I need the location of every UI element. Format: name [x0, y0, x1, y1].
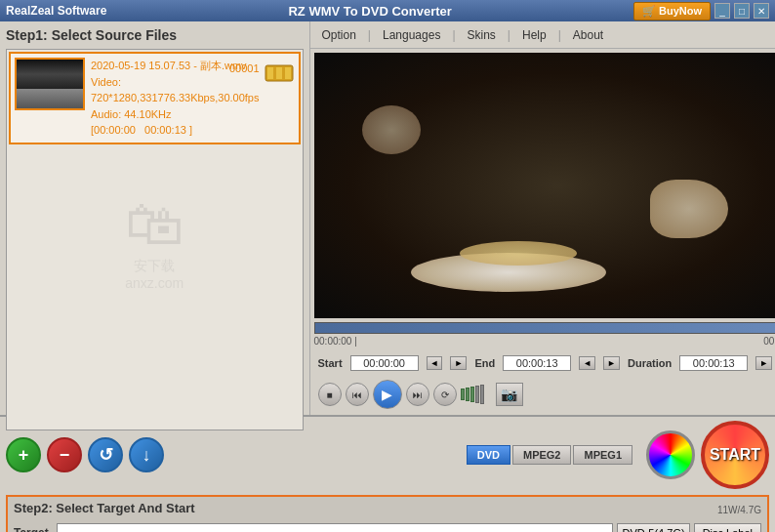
file-name: 2020-05-19 15.07.53 - 副本.wmv [91, 58, 260, 74]
buy-now-button[interactable]: 🛒 BuyNow [633, 2, 711, 20]
target-row: Target DVD-5(4.7G) Disc Label [14, 523, 761, 532]
tab-mpeg2[interactable]: MPEG2 [512, 445, 572, 465]
window-title: RZ WMV To DVD Converter [288, 4, 451, 19]
format-tabs: DVD MPEG2 MPEG1 [467, 445, 632, 465]
title-bar: RealZeal Software RZ WMV To DVD Converte… [0, 0, 775, 21]
vol-seg-5 [480, 385, 484, 404]
timeline-progress [315, 323, 776, 333]
sep1: | [368, 28, 371, 42]
vol-seg-1 [461, 389, 465, 400]
time-display: 00:00:00 | 00:00:13 [310, 334, 776, 348]
duration-input[interactable] [679, 355, 748, 371]
menu-bar: Option | Languages | Skins | Help | Abou… [310, 21, 776, 49]
video-preview [314, 53, 776, 318]
file-info: 2020-05-19 15.07.53 - 副本.wmv 00001 Video… [85, 58, 260, 139]
film-icon [264, 58, 295, 89]
end-prev-btn[interactable]: ◄ [579, 356, 595, 370]
time-left: 00:00:00 | [314, 336, 357, 347]
disc-label-button[interactable]: Disc Label [694, 523, 761, 532]
tab-dvd[interactable]: DVD [467, 445, 510, 465]
bottom-area: + − ↺ ↓ DVD MPEG2 MPEG1 START Step2: Sel… [0, 415, 775, 532]
playback-controls: ■ ⏮ ▶ ⏭ ⟳ 📷 [314, 378, 776, 411]
menu-languages[interactable]: Languages [379, 26, 444, 44]
target-label: Target [14, 526, 53, 532]
vol-seg-3 [470, 387, 474, 402]
main-container: Step1: Select Source Files 2020-05-19 15… [0, 21, 775, 415]
start-time-input[interactable] [350, 355, 419, 371]
vol-seg-4 [475, 386, 479, 403]
timeline-bar[interactable] [314, 322, 776, 334]
menu-skins[interactable]: Skins [464, 26, 500, 44]
plate-visual [17, 89, 83, 108]
menu-about[interactable]: About [569, 26, 607, 44]
stop-button[interactable]: ■ [318, 383, 342, 406]
left-panel: Step1: Select Source Files 2020-05-19 15… [0, 21, 310, 415]
svg-rect-2 [276, 67, 282, 79]
maximize-button[interactable]: □ [734, 3, 750, 19]
end-next-btn[interactable]: ► [603, 356, 620, 370]
rewind-button[interactable]: ⏮ [346, 383, 369, 406]
start-next-btn[interactable]: ► [450, 356, 467, 370]
svg-rect-1 [267, 67, 273, 79]
time-right: 00:00:13 [763, 336, 775, 347]
svg-rect-3 [285, 67, 291, 79]
right-panel: Option | Languages | Skins | Help | Abou… [310, 21, 776, 415]
vol-seg-2 [466, 388, 469, 401]
sep2: | [452, 28, 455, 42]
menu-option[interactable]: Option [318, 26, 360, 44]
remove-file-button[interactable]: − [47, 437, 82, 472]
file-video-info: Video: 720*1280,331776.33Kbps,30.00fps [91, 74, 260, 106]
app-name: RealZeal Software [6, 4, 106, 18]
video-content [314, 53, 776, 318]
file-timecodes: [00:00:00 00:00:13 ] [91, 122, 260, 139]
refresh-button[interactable]: ↺ [88, 437, 123, 472]
end-label: End [474, 357, 495, 369]
sep4: | [558, 28, 561, 42]
sep3: | [508, 28, 510, 42]
screenshot-button[interactable]: 📷 [496, 383, 523, 406]
size-info: 11W/4.7G [717, 505, 761, 515]
file-list: 2020-05-19 15.07.53 - 副本.wmv 00001 Video… [6, 49, 304, 430]
file-audio-info: Audio: 44.10KHz [91, 106, 260, 123]
file-item[interactable]: 2020-05-19 15.07.53 - 副本.wmv 00001 Video… [9, 52, 301, 144]
bottom-top-row: + − ↺ ↓ DVD MPEG2 MPEG1 START [6, 421, 769, 489]
close-button[interactable]: ✕ [754, 3, 769, 19]
duration-label: Duration [628, 357, 672, 369]
start-prev-btn[interactable]: ◄ [427, 356, 443, 370]
step1-title: Step1: Select Source Files [6, 27, 304, 43]
down-button[interactable]: ↓ [129, 437, 164, 472]
step2-section: Step2: Select Target And Start 11W/4.7G … [6, 495, 769, 532]
end-time-input[interactable] [503, 355, 571, 371]
title-bar-controls: 🛒 BuyNow _ □ ✕ [633, 2, 769, 20]
menu-help[interactable]: Help [518, 26, 551, 44]
volume-bar [461, 385, 484, 404]
step2-title: Step2: Select Target And Start [14, 501, 195, 515]
duration-next-btn[interactable]: ► [755, 356, 772, 370]
minimize-button[interactable]: _ [714, 3, 730, 19]
watermark: 🛍 安下载anxz.com [125, 189, 184, 290]
dvd-size-dropdown[interactable]: DVD-5(4.7G) [617, 523, 689, 532]
controls-area: Start ◄ ► End ◄ ► Duration ► ↵ ■ ⏮ ▶ ⏭ ⟳ [310, 348, 776, 415]
thumb-preview [17, 60, 83, 108]
tab-mpeg1[interactable]: MPEG1 [573, 445, 632, 465]
skip-button[interactable]: ⏭ [406, 383, 429, 406]
time-controls: Start ◄ ► End ◄ ► Duration ► ↵ [314, 352, 776, 374]
start-label: Start [318, 357, 343, 369]
file-thumbnail [15, 58, 85, 110]
loop-button[interactable]: ⟳ [433, 383, 457, 406]
add-file-button[interactable]: + [6, 437, 41, 472]
play-button[interactable]: ▶ [373, 380, 402, 409]
color-wheel [646, 430, 695, 479]
start-button[interactable]: START [701, 421, 769, 489]
target-path-input[interactable] [57, 523, 613, 532]
